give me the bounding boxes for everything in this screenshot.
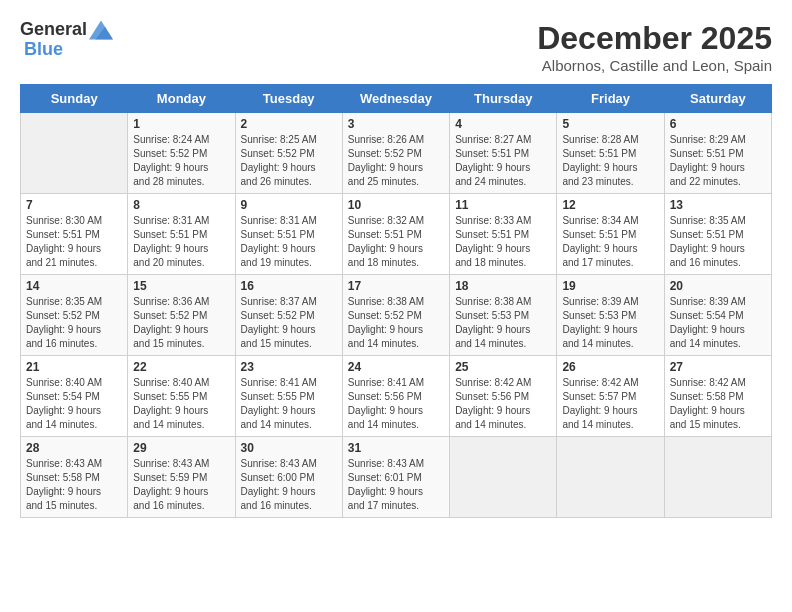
day-number: 13 xyxy=(670,198,766,212)
calendar-cell: 7Sunrise: 8:30 AMSunset: 5:51 PMDaylight… xyxy=(21,194,128,275)
calendar-cell: 18Sunrise: 8:38 AMSunset: 5:53 PMDayligh… xyxy=(450,275,557,356)
calendar-cell: 20Sunrise: 8:39 AMSunset: 5:54 PMDayligh… xyxy=(664,275,771,356)
day-number: 6 xyxy=(670,117,766,131)
day-number: 22 xyxy=(133,360,229,374)
cell-info: Sunrise: 8:33 AMSunset: 5:51 PMDaylight:… xyxy=(455,214,551,270)
day-number: 19 xyxy=(562,279,658,293)
calendar-cell: 26Sunrise: 8:42 AMSunset: 5:57 PMDayligh… xyxy=(557,356,664,437)
cell-info: Sunrise: 8:41 AMSunset: 5:55 PMDaylight:… xyxy=(241,376,337,432)
calendar-cell: 23Sunrise: 8:41 AMSunset: 5:55 PMDayligh… xyxy=(235,356,342,437)
logo-icon xyxy=(89,20,113,40)
day-number: 5 xyxy=(562,117,658,131)
calendar-cell: 24Sunrise: 8:41 AMSunset: 5:56 PMDayligh… xyxy=(342,356,449,437)
calendar-cell: 13Sunrise: 8:35 AMSunset: 5:51 PMDayligh… xyxy=(664,194,771,275)
cell-info: Sunrise: 8:40 AMSunset: 5:55 PMDaylight:… xyxy=(133,376,229,432)
calendar-cell: 27Sunrise: 8:42 AMSunset: 5:58 PMDayligh… xyxy=(664,356,771,437)
page-header: General Blue December 2025 Albornos, Cas… xyxy=(20,20,772,74)
day-number: 7 xyxy=(26,198,122,212)
calendar-cell: 12Sunrise: 8:34 AMSunset: 5:51 PMDayligh… xyxy=(557,194,664,275)
location-title: Albornos, Castille and Leon, Spain xyxy=(537,57,772,74)
day-header-saturday: Saturday xyxy=(664,85,771,113)
calendar-week-row: 1Sunrise: 8:24 AMSunset: 5:52 PMDaylight… xyxy=(21,113,772,194)
logo-blue: Blue xyxy=(24,40,63,60)
day-header-sunday: Sunday xyxy=(21,85,128,113)
cell-info: Sunrise: 8:43 AMSunset: 6:01 PMDaylight:… xyxy=(348,457,444,513)
title-block: December 2025 Albornos, Castille and Leo… xyxy=(537,20,772,74)
day-number: 23 xyxy=(241,360,337,374)
calendar-cell: 9Sunrise: 8:31 AMSunset: 5:51 PMDaylight… xyxy=(235,194,342,275)
cell-info: Sunrise: 8:36 AMSunset: 5:52 PMDaylight:… xyxy=(133,295,229,351)
cell-info: Sunrise: 8:35 AMSunset: 5:51 PMDaylight:… xyxy=(670,214,766,270)
day-header-monday: Monday xyxy=(128,85,235,113)
day-number: 8 xyxy=(133,198,229,212)
day-number: 3 xyxy=(348,117,444,131)
day-number: 30 xyxy=(241,441,337,455)
day-number: 29 xyxy=(133,441,229,455)
calendar-cell: 8Sunrise: 8:31 AMSunset: 5:51 PMDaylight… xyxy=(128,194,235,275)
logo-general: General xyxy=(20,20,87,40)
cell-info: Sunrise: 8:40 AMSunset: 5:54 PMDaylight:… xyxy=(26,376,122,432)
day-number: 27 xyxy=(670,360,766,374)
cell-info: Sunrise: 8:28 AMSunset: 5:51 PMDaylight:… xyxy=(562,133,658,189)
day-number: 10 xyxy=(348,198,444,212)
cell-info: Sunrise: 8:26 AMSunset: 5:52 PMDaylight:… xyxy=(348,133,444,189)
calendar-cell: 15Sunrise: 8:36 AMSunset: 5:52 PMDayligh… xyxy=(128,275,235,356)
calendar-cell: 4Sunrise: 8:27 AMSunset: 5:51 PMDaylight… xyxy=(450,113,557,194)
day-header-wednesday: Wednesday xyxy=(342,85,449,113)
calendar-cell: 2Sunrise: 8:25 AMSunset: 5:52 PMDaylight… xyxy=(235,113,342,194)
day-number: 26 xyxy=(562,360,658,374)
calendar-cell xyxy=(450,437,557,518)
day-number: 9 xyxy=(241,198,337,212)
cell-info: Sunrise: 8:37 AMSunset: 5:52 PMDaylight:… xyxy=(241,295,337,351)
calendar-cell: 5Sunrise: 8:28 AMSunset: 5:51 PMDaylight… xyxy=(557,113,664,194)
month-title: December 2025 xyxy=(537,20,772,57)
cell-info: Sunrise: 8:24 AMSunset: 5:52 PMDaylight:… xyxy=(133,133,229,189)
calendar-cell xyxy=(664,437,771,518)
cell-info: Sunrise: 8:43 AMSunset: 5:58 PMDaylight:… xyxy=(26,457,122,513)
day-number: 16 xyxy=(241,279,337,293)
day-number: 1 xyxy=(133,117,229,131)
cell-info: Sunrise: 8:31 AMSunset: 5:51 PMDaylight:… xyxy=(241,214,337,270)
cell-info: Sunrise: 8:38 AMSunset: 5:52 PMDaylight:… xyxy=(348,295,444,351)
day-header-friday: Friday xyxy=(557,85,664,113)
calendar-cell: 22Sunrise: 8:40 AMSunset: 5:55 PMDayligh… xyxy=(128,356,235,437)
cell-info: Sunrise: 8:39 AMSunset: 5:54 PMDaylight:… xyxy=(670,295,766,351)
cell-info: Sunrise: 8:29 AMSunset: 5:51 PMDaylight:… xyxy=(670,133,766,189)
calendar-cell: 28Sunrise: 8:43 AMSunset: 5:58 PMDayligh… xyxy=(21,437,128,518)
logo: General Blue xyxy=(20,20,113,60)
day-number: 18 xyxy=(455,279,551,293)
cell-info: Sunrise: 8:42 AMSunset: 5:58 PMDaylight:… xyxy=(670,376,766,432)
cell-info: Sunrise: 8:43 AMSunset: 6:00 PMDaylight:… xyxy=(241,457,337,513)
cell-info: Sunrise: 8:42 AMSunset: 5:56 PMDaylight:… xyxy=(455,376,551,432)
calendar-cell: 30Sunrise: 8:43 AMSunset: 6:00 PMDayligh… xyxy=(235,437,342,518)
cell-info: Sunrise: 8:38 AMSunset: 5:53 PMDaylight:… xyxy=(455,295,551,351)
day-number: 28 xyxy=(26,441,122,455)
day-number: 4 xyxy=(455,117,551,131)
calendar-cell: 3Sunrise: 8:26 AMSunset: 5:52 PMDaylight… xyxy=(342,113,449,194)
calendar-header-row: SundayMondayTuesdayWednesdayThursdayFrid… xyxy=(21,85,772,113)
day-number: 12 xyxy=(562,198,658,212)
calendar-cell: 6Sunrise: 8:29 AMSunset: 5:51 PMDaylight… xyxy=(664,113,771,194)
calendar-cell: 10Sunrise: 8:32 AMSunset: 5:51 PMDayligh… xyxy=(342,194,449,275)
calendar-week-row: 28Sunrise: 8:43 AMSunset: 5:58 PMDayligh… xyxy=(21,437,772,518)
day-number: 25 xyxy=(455,360,551,374)
calendar-table: SundayMondayTuesdayWednesdayThursdayFrid… xyxy=(20,84,772,518)
cell-info: Sunrise: 8:41 AMSunset: 5:56 PMDaylight:… xyxy=(348,376,444,432)
cell-info: Sunrise: 8:43 AMSunset: 5:59 PMDaylight:… xyxy=(133,457,229,513)
day-number: 24 xyxy=(348,360,444,374)
cell-info: Sunrise: 8:39 AMSunset: 5:53 PMDaylight:… xyxy=(562,295,658,351)
calendar-cell xyxy=(557,437,664,518)
cell-info: Sunrise: 8:42 AMSunset: 5:57 PMDaylight:… xyxy=(562,376,658,432)
calendar-cell: 25Sunrise: 8:42 AMSunset: 5:56 PMDayligh… xyxy=(450,356,557,437)
calendar-cell: 14Sunrise: 8:35 AMSunset: 5:52 PMDayligh… xyxy=(21,275,128,356)
calendar-cell: 29Sunrise: 8:43 AMSunset: 5:59 PMDayligh… xyxy=(128,437,235,518)
day-number: 20 xyxy=(670,279,766,293)
calendar-cell: 11Sunrise: 8:33 AMSunset: 5:51 PMDayligh… xyxy=(450,194,557,275)
calendar-cell: 31Sunrise: 8:43 AMSunset: 6:01 PMDayligh… xyxy=(342,437,449,518)
day-number: 2 xyxy=(241,117,337,131)
day-number: 15 xyxy=(133,279,229,293)
day-number: 14 xyxy=(26,279,122,293)
day-number: 11 xyxy=(455,198,551,212)
cell-info: Sunrise: 8:30 AMSunset: 5:51 PMDaylight:… xyxy=(26,214,122,270)
calendar-cell: 16Sunrise: 8:37 AMSunset: 5:52 PMDayligh… xyxy=(235,275,342,356)
